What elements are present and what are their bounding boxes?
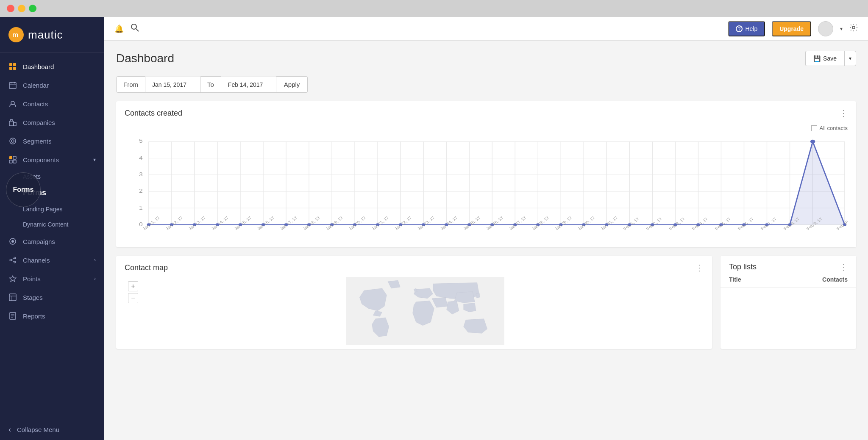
sidebar-item-calendar-label: Calendar — [23, 82, 96, 89]
date-to-input[interactable] — [221, 77, 276, 93]
collapse-arrow-icon: ‹ — [8, 425, 11, 434]
legend-checkbox[interactable] — [811, 125, 817, 131]
svg-text:Jan 27, 17: Jan 27, 17 — [508, 216, 528, 231]
svg-rect-4 — [13, 67, 16, 70]
forms-circle-label: Forms — [13, 186, 34, 194]
save-dropdown-button[interactable]: ▾ — [844, 51, 856, 66]
svg-point-13 — [10, 138, 16, 144]
segments-icon — [8, 137, 17, 145]
upgrade-button-label: Upgrade — [779, 25, 804, 32]
world-map-svg — [144, 277, 706, 345]
sidebar-item-segments[interactable]: Segments — [0, 132, 104, 150]
svg-point-34 — [131, 24, 136, 29]
svg-point-21 — [10, 259, 11, 261]
sidebar-item-components[interactable]: Components ▾ — [0, 150, 104, 169]
top-lists-menu-icon[interactable]: ⋮ — [839, 262, 848, 272]
sidebar-item-dashboard-label: Dashboard — [23, 63, 96, 70]
svg-rect-1 — [9, 63, 12, 66]
save-button[interactable]: 💾 Save — [805, 51, 844, 66]
map-zoom-out-button[interactable]: − — [128, 293, 138, 303]
svg-text:Jan 18, 17: Jan 18, 17 — [302, 216, 322, 231]
svg-text:Jan 14, 17: Jan 14, 17 — [210, 216, 230, 231]
sidebar-item-campaigns[interactable]: Campaigns — [0, 232, 104, 251]
sidebar-item-campaigns-label: Campaigns — [23, 238, 96, 245]
content-header: Dashboard 💾 Save ▾ — [116, 51, 856, 66]
contacts-chart-svg: .grid-line { stroke: #e8e8e8; stroke-wid… — [125, 136, 848, 237]
help-button[interactable]: ? Help — [728, 21, 765, 36]
save-button-group: 💾 Save ▾ — [805, 51, 856, 66]
date-filter: From To Apply — [116, 76, 856, 93]
svg-point-23 — [14, 261, 16, 263]
date-from-label: From — [116, 76, 145, 93]
svg-text:Feb 3, 17: Feb 3, 17 — [668, 217, 686, 231]
svg-text:Jan 13, 17: Jan 13, 17 — [187, 216, 207, 231]
svg-text:Jan 20, 17: Jan 20, 17 — [348, 216, 367, 231]
channels-icon — [8, 256, 17, 264]
svg-marker-80 — [149, 141, 845, 224]
sidebar-item-companies[interactable]: Companies — [0, 113, 104, 132]
svg-point-14 — [11, 140, 14, 142]
svg-point-110 — [810, 140, 815, 144]
components-icon — [8, 155, 17, 164]
collapse-menu-button[interactable]: ‹ Collapse Menu — [0, 419, 104, 440]
contacts-created-widget: Contacts created ⋮ All contacts .grid-li… — [116, 101, 856, 247]
collapse-menu-label: Collapse Menu — [17, 426, 59, 433]
svg-rect-12 — [11, 119, 12, 121]
svg-text:Jan 15, 17: Jan 15, 17 — [233, 216, 253, 231]
svg-text:Jan 12, 17: Jan 12, 17 — [164, 216, 184, 231]
notifications-icon[interactable]: 🔔 — [114, 24, 124, 33]
svg-text:Jan 25, 17: Jan 25, 17 — [462, 216, 482, 231]
user-avatar[interactable] — [818, 21, 833, 36]
sidebar-item-dashboard[interactable]: Dashboard — [0, 57, 104, 76]
topbar: 🔔 ? Help Upgrade ▾ — [104, 17, 868, 41]
svg-line-24 — [11, 258, 14, 260]
sidebar-item-calendar[interactable]: Calendar — [0, 76, 104, 94]
sidebar-item-stages-label: Stages — [23, 294, 96, 301]
sidebar-item-components-label: Components — [23, 156, 87, 163]
svg-text:5: 5 — [139, 138, 143, 144]
upgrade-button[interactable]: Upgrade — [772, 21, 811, 36]
help-button-label: Help — [745, 25, 757, 32]
sidebar-logo: m mautic — [0, 17, 104, 53]
search-icon[interactable] — [131, 23, 139, 34]
user-dropdown-icon[interactable]: ▾ — [840, 26, 843, 32]
points-arrow-icon: › — [94, 276, 96, 282]
svg-text:Jan 17, 17: Jan 17, 17 — [279, 216, 299, 231]
svg-line-35 — [136, 29, 139, 31]
maximize-button[interactable] — [29, 5, 36, 12]
svg-text:Jan 29, 17: Jan 29, 17 — [554, 216, 573, 231]
widget-header: Contacts created ⋮ — [116, 101, 856, 118]
map-zoom-in-button[interactable]: + — [128, 281, 138, 291]
sidebar-item-points[interactable]: Points › — [0, 269, 104, 288]
date-from-input[interactable] — [145, 77, 200, 93]
sidebar-item-dynamic-content[interactable]: Dynamic Content — [0, 217, 104, 232]
svg-text:Jan 19, 17: Jan 19, 17 — [325, 216, 345, 231]
sidebar-item-stages[interactable]: Stages — [0, 288, 104, 307]
apply-button[interactable]: Apply — [276, 76, 308, 93]
svg-rect-3 — [9, 67, 12, 70]
svg-rect-17 — [9, 160, 12, 163]
reports-icon — [8, 312, 17, 320]
sidebar-item-channels-label: Channels — [23, 257, 88, 264]
sidebar-item-channels[interactable]: Channels › — [0, 251, 104, 269]
svg-marker-26 — [9, 276, 16, 282]
svg-text:Jan 30, 17: Jan 30, 17 — [576, 216, 596, 231]
minimize-button[interactable] — [18, 5, 25, 12]
sidebar-item-points-label: Points — [23, 275, 88, 282]
chart-menu-icon[interactable]: ⋮ — [839, 108, 848, 118]
settings-icon[interactable] — [849, 23, 858, 34]
svg-text:Feb 7, 17: Feb 7, 17 — [760, 217, 778, 231]
map-title: Contact map — [125, 263, 695, 272]
map-menu-icon[interactable]: ⋮ — [695, 263, 704, 273]
sidebar-item-reports[interactable]: Reports — [0, 307, 104, 325]
grid-icon — [8, 62, 17, 71]
top-lists-title: Top lists — [729, 263, 839, 271]
sidebar-item-contacts[interactable]: Contacts — [0, 94, 104, 113]
save-icon: 💾 — [813, 55, 821, 62]
svg-point-20 — [11, 240, 14, 243]
close-button[interactable] — [7, 5, 14, 12]
chart-area: All contacts .grid-line { stroke: #e8e8e… — [116, 118, 856, 247]
logo-text: mautic — [28, 28, 63, 42]
svg-point-36 — [852, 26, 855, 29]
svg-line-25 — [11, 260, 14, 262]
